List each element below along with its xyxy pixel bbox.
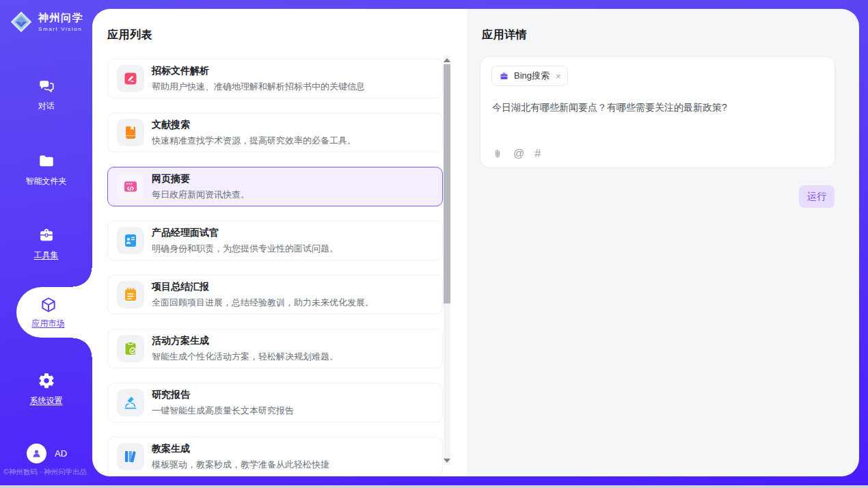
app-list-item[interactable]: 教案生成 模板驱动，教案秒成，教学准备从此轻松快捷: [107, 437, 443, 476]
mention-icon[interactable]: @: [513, 148, 524, 159]
scrollbar-thumb[interactable]: [444, 64, 450, 303]
scroll-up-arrow-icon[interactable]: [444, 58, 450, 62]
app-description: 明确身份和职责，为您提供专业性的面试问题。: [152, 243, 338, 255]
app-name: 网页摘要: [152, 173, 249, 185]
gear-icon: [38, 372, 55, 390]
app-description: 一键智能生成高质量长文本研究报告: [152, 405, 294, 417]
chip-close-icon[interactable]: ×: [556, 71, 561, 81]
sidebar-item-chat[interactable]: 对话: [0, 77, 92, 112]
app-list-item[interactable]: 产品经理面试官 明确身份和职责，为您提供专业性的面试问题。: [107, 221, 443, 260]
sidebar: 神州问学 Smart Vision 对话 智能文件夹 工具集 应用市场 系统设置…: [0, 0, 92, 488]
edit-doc-icon: [122, 70, 139, 87]
app-list-item[interactable]: 网页摘要 每日政府新闻资讯快查。: [107, 167, 443, 206]
app-description: 全面回顾项目进展，总结经验教训，助力未来优化发展。: [152, 297, 374, 309]
app-list-item[interactable]: 活动方案生成 智能生成个性化活动方案，轻松解决规划难题。: [107, 329, 443, 368]
paperclip-icon[interactable]: [492, 148, 503, 159]
sidebar-item-toolbox[interactable]: 工具集: [0, 226, 92, 261]
notepad-icon: [122, 286, 139, 303]
app-description: 每日政府新闻资讯快查。: [152, 189, 249, 201]
app-name: 研究报告: [152, 389, 294, 401]
avatar: [27, 444, 46, 463]
sidebar-item-folder[interactable]: 智能文件夹: [0, 152, 92, 187]
user-row[interactable]: AD: [27, 444, 67, 463]
app-detail-panel: 应用详情 Bing搜索 × 今日湖北有哪些新闻要点？有哪些需要关注的最新政策? …: [467, 9, 859, 476]
app-name: 活动方案生成: [152, 335, 338, 347]
toolbox-icon: [38, 226, 55, 244]
app-description: 模板驱动，教案秒成，教学准备从此轻松快捷: [152, 459, 329, 471]
query-card: Bing搜索 × 今日湖北有哪些新闻要点？有哪些需要关注的最新政策? @#: [480, 56, 835, 168]
app-list: 招标文件解析 帮助用户快速、准确地理解和解析招标书中的关键信息 文献搜索 快速精…: [107, 59, 443, 476]
hashtag-icon[interactable]: #: [534, 148, 541, 159]
brand-title: 神州问学: [38, 12, 83, 25]
copyright-footer: ©神州数码 · 神州问学出品: [3, 467, 87, 477]
query-input[interactable]: 今日湖北有哪些新闻要点？有哪些需要关注的最新政策?: [492, 102, 824, 114]
app-list-item[interactable]: 研究报告 一键智能生成高质量长文本研究报告: [107, 383, 443, 422]
app-name: 教案生成: [152, 443, 329, 455]
sidebar-item-cube[interactable]: 应用市场: [16, 287, 92, 338]
tool-chip-label: Bing搜索: [514, 70, 550, 82]
app-name: 产品经理面试官: [152, 227, 338, 239]
browser-code-icon: [122, 178, 139, 195]
brand-logo: 神州问学 Smart Vision: [9, 10, 83, 34]
sidebar-item-gear[interactable]: 系统设置: [0, 372, 92, 407]
run-button[interactable]: 运行: [799, 185, 835, 208]
chat-icon: [38, 77, 55, 95]
bottom-strip: [0, 485, 868, 488]
brand-subtitle: Smart Vision: [38, 26, 83, 32]
app-list-panel: 应用列表 招标文件解析 帮助用户快速、准确地理解和解析招标书中的关键信息 文献搜…: [92, 9, 467, 476]
briefcase-icon: [499, 71, 509, 81]
microscope-icon: [122, 394, 139, 411]
app-name: 招标文件解析: [152, 65, 365, 77]
app-list-item[interactable]: 项目总结汇报 全面回顾项目进展，总结经验教训，助力未来优化发展。: [107, 275, 443, 314]
app-list-title: 应用列表: [107, 28, 152, 42]
user-initials: AD: [55, 448, 67, 459]
app-description: 快速精准查找学术资源，提高研究效率的必备工具。: [152, 135, 356, 147]
tool-chip[interactable]: Bing搜索 ×: [491, 66, 568, 86]
gem-logo-icon: [9, 10, 33, 34]
app-name: 项目总结汇报: [152, 281, 374, 293]
app-list-item[interactable]: 招标文件解析 帮助用户快速、准确地理解和解析招标书中的关键信息: [107, 59, 443, 98]
app-detail-title: 应用详情: [482, 28, 527, 42]
app-description: 智能生成个性化活动方案，轻松解决规划难题。: [152, 351, 338, 363]
composer-toolbar: @#: [492, 148, 541, 159]
app-list-item[interactable]: 文献搜索 快速精准查找学术资源，提高研究效率的必备工具。: [107, 113, 443, 152]
book-icon: [122, 124, 139, 141]
main-content: 应用列表 招标文件解析 帮助用户快速、准确地理解和解析招标书中的关键信息 文献搜…: [92, 9, 859, 476]
scrollbar[interactable]: [444, 56, 450, 465]
app-name: 文献搜索: [152, 119, 356, 131]
interviewer-icon: [122, 232, 139, 249]
clipboard-check-icon: [122, 340, 139, 357]
app-description: 帮助用户快速、准确地理解和解析招标书中的关键信息: [152, 81, 365, 93]
cube-icon: [40, 296, 57, 314]
books-icon: [122, 448, 139, 465]
folder-icon: [38, 152, 55, 170]
scroll-down-arrow-icon[interactable]: [444, 459, 450, 463]
